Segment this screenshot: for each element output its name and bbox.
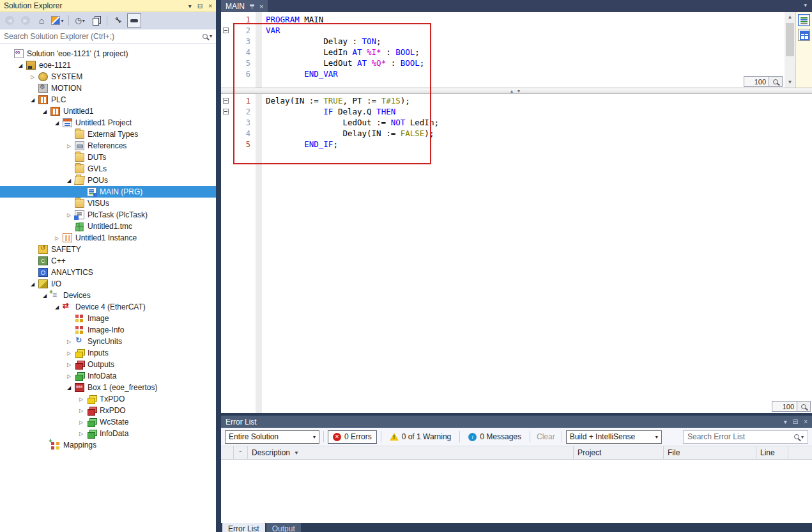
expand-arrow-icon[interactable]: ▷ bbox=[75, 431, 87, 437]
tree-item-motion[interactable]: MOTION bbox=[0, 82, 216, 94]
tree-item-wcstate[interactable]: ▷WcState bbox=[0, 416, 216, 428]
expand-arrow-icon[interactable]: ▷ bbox=[63, 362, 75, 368]
zoom-level-field[interactable]: 100 bbox=[772, 401, 797, 412]
tree-item-main-prg[interactable]: MAIN (PRG) bbox=[0, 186, 216, 198]
tab-list-chevron-icon[interactable]: ▾ bbox=[804, 2, 807, 8]
chevron-down-icon[interactable]: ▾ bbox=[801, 434, 804, 440]
code-line[interactable]: 2VAR bbox=[221, 25, 812, 36]
tree-item-rxpdo[interactable]: ▷RxPDO bbox=[0, 405, 216, 416]
pin-icon[interactable] bbox=[249, 3, 255, 9]
expand-arrow-icon[interactable]: ▷ bbox=[75, 419, 87, 425]
close-icon[interactable]: × bbox=[259, 3, 263, 10]
fold-marker-icon[interactable] bbox=[221, 109, 230, 114]
tree-item-mappings[interactable]: Mappings bbox=[0, 439, 216, 451]
collapse-arrow-icon[interactable]: ◢ bbox=[51, 304, 63, 310]
tree-item-infodata[interactable]: ▷InfoData bbox=[0, 370, 216, 382]
severity-column-header[interactable]: ⁼ bbox=[234, 446, 248, 459]
tree-item-outputs[interactable]: ▷Outputs bbox=[0, 359, 216, 370]
sync-with-active-document-button[interactable]: ▾ bbox=[50, 13, 65, 27]
search-input[interactable] bbox=[0, 29, 199, 43]
tree-item-visus[interactable]: VISUs bbox=[0, 198, 216, 209]
zoom-level-field[interactable]: 100 bbox=[744, 76, 769, 87]
tree-item-system[interactable]: ▷SYSTEM bbox=[0, 71, 216, 82]
tree-item-pous[interactable]: ◢POUs bbox=[0, 175, 216, 186]
pin-icon[interactable]: ⊟ bbox=[197, 3, 203, 10]
search-icon[interactable] bbox=[203, 34, 208, 39]
scope-dropdown[interactable]: Entire Solution ▾ bbox=[225, 430, 319, 444]
zoom-magnifier-button[interactable] bbox=[797, 401, 811, 412]
description-column-header[interactable]: Description ▼ bbox=[248, 446, 574, 459]
expand-arrow-icon[interactable]: ▷ bbox=[63, 143, 75, 149]
code-line[interactable]: 6 END_VAR bbox=[221, 68, 812, 79]
search-error-list-input[interactable] bbox=[684, 432, 790, 441]
collapse-arrow-icon[interactable]: ◢ bbox=[63, 385, 75, 391]
declaration-editor[interactable]: 1PROGRAM MAIN2VAR3 Delay : TON;4 LedIn A… bbox=[221, 12, 812, 88]
grid-view-icon[interactable] bbox=[798, 29, 810, 41]
editor-splitter[interactable]: ▲▼ bbox=[221, 88, 812, 94]
scrollbar-thumb[interactable] bbox=[786, 23, 794, 56]
tree-item-image-info[interactable]: Image-Info bbox=[0, 324, 216, 336]
expand-arrow-icon[interactable]: ▷ bbox=[27, 74, 38, 80]
expand-arrow-icon[interactable]: ▷ bbox=[51, 235, 63, 241]
tree-item-box-1-eoe-freertos[interactable]: ◢Box 1 (eoe_freertos) bbox=[0, 382, 216, 393]
code-line[interactable]: 1PROGRAM MAIN bbox=[221, 14, 812, 25]
collapse-arrow-icon[interactable]: ◢ bbox=[27, 97, 38, 103]
build-filter-dropdown[interactable]: Build + IntelliSense ▾ bbox=[566, 430, 662, 444]
project-column-header[interactable]: Project bbox=[574, 446, 664, 459]
tree-item-solution-eoe-1121-1-project[interactable]: Solution 'eoe-1121' (1 project) bbox=[0, 48, 216, 59]
search-icon[interactable] bbox=[794, 434, 799, 439]
tree-item-untitled1-tmc[interactable]: Untitled1.tmc bbox=[0, 221, 216, 232]
code-line[interactable]: 3 LedOut := NOT LedIn; bbox=[221, 117, 812, 128]
error-list-body[interactable] bbox=[221, 460, 812, 532]
tree-item-untitled1-project[interactable]: ◢Untitled1 Project bbox=[0, 117, 216, 129]
code-line[interactable]: 1Delay(IN := TRUE, PT := T#1S); bbox=[221, 95, 812, 106]
fold-marker-icon[interactable] bbox=[221, 27, 230, 33]
code-line[interactable]: 5 END_IF; bbox=[221, 139, 812, 150]
code-line[interactable]: 4 Delay(IN := FALSE); bbox=[221, 128, 812, 139]
chevron-down-icon[interactable]: ▾ bbox=[784, 418, 787, 425]
collapse-arrow-icon[interactable]: ◢ bbox=[51, 120, 63, 126]
tree-item-untitled1-instance[interactable]: ▷Untitled1 Instance bbox=[0, 232, 216, 244]
tree-item-txpdo[interactable]: ▷TxPDO bbox=[0, 393, 216, 405]
zoom-magnifier-button[interactable] bbox=[769, 76, 783, 87]
expand-arrow-icon[interactable]: ▷ bbox=[63, 212, 75, 218]
tree-item-untitled1[interactable]: ◢Untitled1 bbox=[0, 106, 216, 117]
chevron-down-icon[interactable]: ▾ bbox=[188, 3, 192, 10]
expand-arrow-icon[interactable]: ▷ bbox=[63, 339, 75, 345]
tree-item-image[interactable]: Image bbox=[0, 313, 216, 324]
tree-item-external-types[interactable]: External Types bbox=[0, 129, 216, 140]
tree-item-analytics[interactable]: ANALYTICS bbox=[0, 267, 216, 278]
pending-changes-filter-button[interactable]: ◷▾ bbox=[73, 13, 87, 27]
tree-item-duts[interactable]: DUTs bbox=[0, 152, 216, 163]
line-column-header[interactable]: Line bbox=[756, 446, 788, 459]
chevron-down-icon[interactable]: ▾ bbox=[210, 33, 212, 39]
tree-item-infodata[interactable]: ▷InfoData bbox=[0, 428, 216, 439]
tree-item-plc[interactable]: ◢PLC bbox=[0, 94, 216, 106]
tree-item-plctask-plctask[interactable]: ▷PlcTask (PlcTask) bbox=[0, 209, 216, 221]
code-line[interactable]: 3 Delay : TON; bbox=[221, 36, 812, 47]
expand-arrow-icon[interactable]: ▷ bbox=[75, 408, 87, 414]
tree-item-references[interactable]: ▷References bbox=[0, 140, 216, 152]
solution-explorer-title-bar[interactable]: Solution Explorer ▾ ⊟ × bbox=[0, 0, 216, 12]
collapse-arrow-icon[interactable]: ◢ bbox=[15, 63, 26, 68]
preview-selected-items-toggle[interactable] bbox=[127, 13, 141, 27]
tree-item-device-4-ethercat[interactable]: ◢Device 4 (EtherCAT) bbox=[0, 301, 216, 313]
tab-output[interactable]: Output bbox=[266, 523, 301, 532]
forward-button[interactable]: ▶ bbox=[19, 13, 33, 27]
vertical-scrollbar[interactable]: ▲ ▼ bbox=[785, 12, 795, 88]
tree-item-gvls[interactable]: GVLs bbox=[0, 163, 216, 175]
file-column-header[interactable]: File bbox=[664, 446, 756, 459]
collapse-arrow-icon[interactable]: ◢ bbox=[63, 178, 75, 184]
tree-item-c[interactable]: C++ bbox=[0, 255, 216, 267]
messages-filter-button[interactable]: i 0 Messages bbox=[464, 430, 526, 444]
fold-marker-icon[interactable] bbox=[221, 98, 230, 104]
properties-button[interactable]: 🔧︎ bbox=[111, 13, 125, 27]
back-button[interactable]: ◀ bbox=[3, 13, 17, 27]
close-icon[interactable]: × bbox=[804, 418, 808, 425]
error-list-title-bar[interactable]: Error List ▾ ⊟ × bbox=[221, 416, 812, 428]
tree-item-i-o[interactable]: ◢I/O bbox=[0, 278, 216, 290]
collapse-arrow-icon[interactable]: ◢ bbox=[27, 281, 38, 287]
warnings-filter-button[interactable]: 0 of 1 Warning bbox=[385, 430, 456, 444]
expand-arrow-icon[interactable]: ▷ bbox=[75, 396, 87, 402]
code-line[interactable]: 4 LedIn AT %I* : BOOL; bbox=[221, 47, 812, 58]
